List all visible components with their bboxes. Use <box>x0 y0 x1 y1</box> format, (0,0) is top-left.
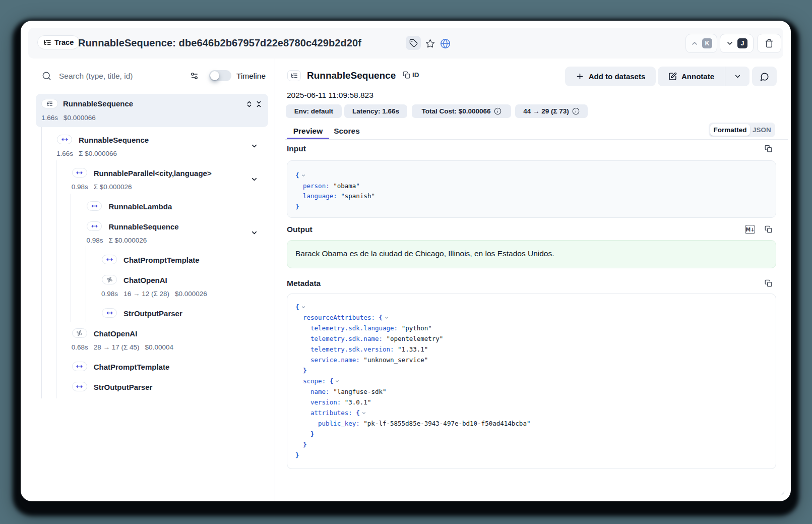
tab-preview[interactable]: Preview <box>287 124 329 138</box>
add-to-datasets-label: Add to datasets <box>589 72 646 81</box>
markdown-toggle-icon[interactable]: M↓ <box>745 225 755 234</box>
info-icon[interactable] <box>494 107 502 115</box>
json-line: } <box>295 202 299 212</box>
json-line: resourceAttributes: { <box>303 313 389 323</box>
info-icon[interactable] <box>572 107 580 115</box>
trace-window: Trace RunnableSequence: dbe646b2b67957d2… <box>21 21 791 501</box>
json-line: service.name: "unknown_service" <box>310 355 428 365</box>
json-collapse-icon[interactable] <box>361 411 366 416</box>
json-line: scope: { <box>303 376 340 386</box>
detail-title: RunnableSequence <box>307 69 396 83</box>
json-collapse-icon[interactable] <box>301 305 306 310</box>
comments-button[interactable] <box>752 67 777 86</box>
trace-metric-badge: 44 → 29 (Σ 73) <box>515 104 588 118</box>
plus-icon <box>576 72 584 81</box>
tab-scores[interactable]: Scores <box>330 124 363 138</box>
speech-bubble-icon <box>760 72 769 81</box>
input-json-box: {person: "obama"language: "spanish"} <box>287 160 776 218</box>
json-line: name: "langfuse-sdk" <box>310 387 387 397</box>
detail-type-icon <box>287 70 301 81</box>
desktop-background: Trace RunnableSequence: dbe646b2b67957d2… <box>0 0 812 524</box>
resize-handle-icon[interactable] <box>778 489 785 495</box>
json-line: { <box>295 170 306 181</box>
annotate-button-group: Annotate <box>658 67 749 86</box>
json-line: public_key: "pk-lf-5855d85e-3943-497e-bd… <box>318 419 530 429</box>
json-collapse-icon[interactable] <box>335 379 340 384</box>
json-line: person: "obama" <box>303 181 360 191</box>
annotate-label: Annotate <box>681 72 714 81</box>
json-line: attributes: { <box>310 408 366 418</box>
trace-metric-badge: Total Cost: $0.000066 <box>412 104 511 118</box>
trace-metric-badge: Env: default <box>286 104 342 118</box>
observation-detail-panel: RunnableSequence ID Add to datasets Anno… <box>21 21 791 501</box>
id-label: ID <box>412 71 419 79</box>
trace-timestamp: 2025-06-11 11:09:58.823 <box>287 90 373 101</box>
format-toggle: Formatted JSON <box>709 123 775 137</box>
json-collapse-icon[interactable] <box>384 315 389 320</box>
annotate-dropdown-button[interactable] <box>725 67 749 86</box>
metadata-section-label: Metadata <box>287 278 321 289</box>
badge-text: 44 → 29 (Σ 73) <box>523 107 569 115</box>
chevron-down-icon <box>734 73 741 80</box>
copy-output-button[interactable] <box>765 225 772 233</box>
format-option-formatted[interactable]: Formatted <box>710 124 750 136</box>
json-line: } <box>303 366 307 376</box>
trace-metric-badge: Latency: 1.66s <box>344 104 407 118</box>
copy-id-button[interactable] <box>403 71 410 79</box>
badge-text: Latency: 1.66s <box>352 107 399 115</box>
json-line: telemetry.sdk.version: "1.33.1" <box>310 344 428 355</box>
json-line: telemetry.sdk.language: "python" <box>310 323 432 333</box>
json-line: version: "3.0.1" <box>310 397 371 407</box>
json-line: language: "spanish" <box>303 191 375 201</box>
output-section-label: Output <box>287 224 313 235</box>
format-option-json[interactable]: JSON <box>750 124 774 136</box>
copy-metadata-button[interactable] <box>765 279 772 287</box>
json-line: { <box>295 302 306 312</box>
json-line: } <box>303 440 307 450</box>
annotate-button[interactable]: Annotate <box>658 67 725 86</box>
input-section-label: Input <box>287 143 306 154</box>
json-line: } <box>295 450 299 460</box>
tabs-bottom-border <box>285 139 788 140</box>
json-line: } <box>310 429 315 439</box>
json-collapse-icon[interactable] <box>301 173 306 178</box>
output-box: Barack Obama es de la ciudad de Chicago,… <box>287 240 776 268</box>
copy-input-button[interactable] <box>765 145 772 152</box>
square-pen-icon <box>668 72 677 81</box>
badge-text: Total Cost: $0.000066 <box>421 107 490 115</box>
badge-text: Env: default <box>294 107 333 115</box>
metadata-json-box: {resourceAttributes: {telemetry.sdk.lang… <box>287 294 776 469</box>
output-text: Barack Obama es de la ciudad de Chicago,… <box>295 249 554 258</box>
json-line: telemetry.sdk.name: "opentelemetry" <box>310 334 443 344</box>
add-to-datasets-button[interactable]: Add to datasets <box>565 67 656 86</box>
